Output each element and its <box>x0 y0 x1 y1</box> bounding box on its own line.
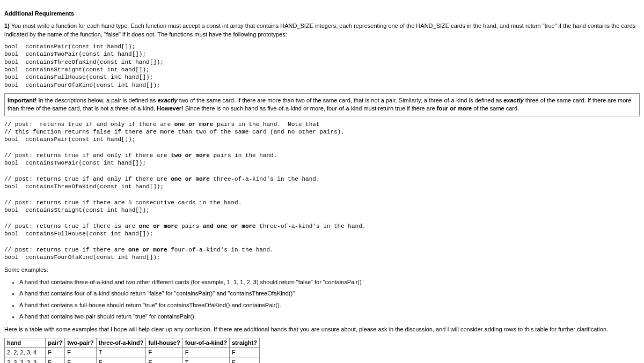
table-cell: F <box>229 348 259 358</box>
example-item-1: A hand that contains three-of-a-kind and… <box>19 278 640 286</box>
table-cell: F <box>146 358 182 363</box>
requirement-1: 1) You must write a function for each ha… <box>4 22 640 39</box>
req1-text: You must write a function for each hand … <box>4 23 635 37</box>
p6a: // post: returns true if there are <box>4 247 128 253</box>
table-cell: F <box>96 358 146 363</box>
post-1: // post: returns true if and only if the… <box>4 121 640 144</box>
table-cell: 2, 2, 2, 3, 4 <box>5 348 46 358</box>
exactly-2: exactly <box>503 97 523 103</box>
req1-label: 1) <box>4 23 10 29</box>
examples-label: Some examples: <box>4 266 640 274</box>
p5a: // post: returns true if there is are <box>4 223 139 229</box>
table-header: four-of-a-kind? <box>182 338 229 347</box>
post-6: // post: returns true if there are one o… <box>4 246 640 262</box>
table-cell: F <box>229 358 259 363</box>
post-3: // post: returns true if and only if the… <box>4 175 640 191</box>
table-cell: F <box>182 348 229 358</box>
table-header: two-pair? <box>65 338 97 347</box>
exactly-1: exactly <box>157 97 177 103</box>
important-text-4: Since there is no such hand as five-of-a… <box>184 105 437 112</box>
p6b: one or more <box>128 247 167 253</box>
important-text-5: of the same card. <box>472 105 519 112</box>
post-4: // post: returns true if there are 5 con… <box>4 199 640 214</box>
table-cell: T <box>96 348 146 358</box>
table-header: full-house? <box>146 338 182 347</box>
table-cell: 2, 3, 3, 3, 3 <box>5 358 46 363</box>
important-text-1: In the descriptions below, a pair is def… <box>36 97 157 103</box>
p2a: // post: returns true if and only if the… <box>4 152 171 159</box>
table-cell: F <box>146 348 182 358</box>
p5d: and one or more <box>203 223 256 229</box>
table-header: straight? <box>229 338 259 347</box>
table-cell: F <box>46 358 65 363</box>
table-cell: T <box>182 358 229 363</box>
table-intro: Here is a table with some examples that … <box>4 325 640 334</box>
p5c: pairs <box>178 223 202 229</box>
p2b: two or more <box>171 152 210 159</box>
prototypes-code: bool containsPair(const int hand[]); boo… <box>4 43 640 89</box>
however-label: However! <box>157 105 184 112</box>
important-label: Important! <box>8 97 36 103</box>
p5b: one or more <box>139 223 178 229</box>
examples-table: handpair?two-pair?three-of-a-kind?full-h… <box>4 338 260 363</box>
page-title: Additional Requirements <box>4 10 640 18</box>
table-header: hand <box>5 338 46 347</box>
table-row: 2, 2, 2, 3, 4FFTFFF <box>5 348 260 358</box>
table-header: three-of-a-kind? <box>96 338 146 347</box>
four-or-more: four or more <box>437 105 472 112</box>
table-cell: F <box>46 348 65 358</box>
table-header-row: handpair?two-pair?three-of-a-kind?full-h… <box>5 338 260 347</box>
p1a: // post: returns true if and only if the… <box>4 121 174 128</box>
table-cell: F <box>65 358 97 363</box>
table-cell: F <box>65 348 97 358</box>
p1b: one or more <box>174 121 214 128</box>
post-2: // post: returns true if and only if the… <box>4 152 640 167</box>
post-5: // post: returns true if there is are on… <box>4 223 640 238</box>
important-box: Important! In the descriptions below, a … <box>4 93 640 116</box>
p3a: // post: returns true if and only if the… <box>4 176 171 182</box>
important-text-2: two of the same card. If there are more … <box>178 97 504 103</box>
p3b: one or more <box>171 176 210 182</box>
example-item-4: A hand that contains two-pair should ret… <box>19 313 640 321</box>
table-header: pair? <box>46 338 65 347</box>
example-item-3: A hand that contains a full-house should… <box>19 301 640 309</box>
examples-list: A hand that contains three-of-a-kind and… <box>4 278 640 321</box>
example-item-2: A hand that contains four-of-a-kind shou… <box>19 290 640 298</box>
table-row: 2, 3, 3, 3, 3FFFFTF <box>5 358 260 363</box>
